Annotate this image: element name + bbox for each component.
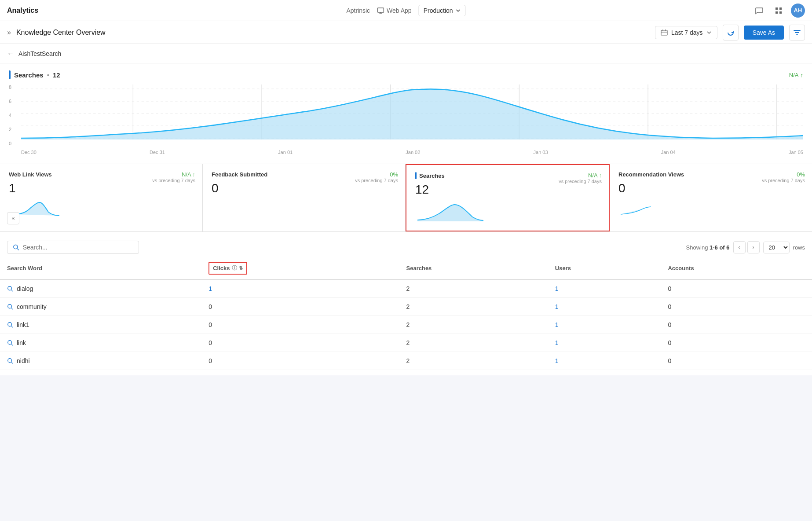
word-value: nidhi [17,357,30,364]
svg-rect-3 [775,7,778,10]
row-search-icon [7,322,13,328]
metric-card-web-link-views: Web Link Views 1 N/A ↑ vs preceding 7 da… [0,164,203,231]
grid-icon [774,6,783,15]
td-searches: 2 [399,279,548,298]
chart-svg [21,84,803,146]
chart-title-group: Searches • 12 [9,70,60,79]
info-icon[interactable]: ⓘ [232,264,237,272]
date-range-button[interactable]: Last 7 days [655,26,717,39]
calendar-icon [661,29,668,36]
table-body: dialog 1 2 1 0 community 0 [0,279,812,370]
table-row: link 0 2 1 0 [0,334,812,352]
nav-webapp[interactable]: Web App [377,7,412,14]
col-search-word: Search Word [0,257,201,279]
filter-button[interactable] [789,25,805,40]
metric-mini-chart-recommendation [618,199,803,218]
svg-rect-0 [377,8,384,12]
metric-value-feedback: 0 [212,181,396,195]
pagination-controls: Showing 1-6 of 6 ‹ › 20 50 100 rows [686,241,805,253]
back-button[interactable]: ← [7,50,14,58]
search-word-cell: community [7,303,194,310]
td-users[interactable]: 1 [548,316,661,334]
svg-line-23 [17,249,19,250]
chart-header: Searches • 12 N/A ↑ [9,70,803,79]
dropdown-chevron-icon [706,30,712,35]
td-search-word: dialog [0,279,201,298]
search-icon [13,244,19,251]
chart-indicator [9,70,11,79]
svg-point-24 [8,286,12,290]
chart-x-labels: Dec 30 Dec 31 Jan 01 Jan 02 Jan 03 Jan 0… [21,150,803,155]
metric-trend-val-searches: N/A ↑ [559,172,602,179]
row-search-icon [7,358,13,364]
word-value: link [17,339,26,346]
td-users[interactable]: 1 [548,334,661,352]
td-searches: 2 [399,352,548,370]
breadcrumb-search-name: AishTestSearch [18,50,61,57]
td-searches: 2 [399,298,548,316]
svg-line-29 [11,326,13,328]
svg-rect-7 [661,30,667,35]
table-row: nidhi 0 2 1 0 [0,352,812,370]
td-users[interactable]: 1 [548,352,661,370]
td-accounts: 0 [661,298,812,316]
nav-aptrinsic[interactable]: Aptrinsic [346,7,370,14]
prev-page-button[interactable]: ‹ [733,241,746,253]
top-nav: Analytics Aptrinsic Web App Production A… [0,0,812,21]
chart-count: 12 [53,71,60,79]
nav-production-dropdown[interactable]: Production [419,5,466,16]
td-clicks: 0 [201,316,399,334]
td-search-word: link [0,334,201,352]
expand-icon[interactable]: » [7,29,11,37]
metric-trend-label-recommendation: vs preceding 7 days [762,178,805,183]
td-users[interactable]: 1 [548,279,661,298]
td-clicks[interactable]: 1 [201,279,399,298]
svg-line-27 [11,308,13,310]
metric-indicator-searches [415,172,417,179]
td-clicks: 0 [201,298,399,316]
td-users[interactable]: 1 [548,298,661,316]
svg-rect-5 [775,11,778,14]
search-input[interactable] [23,244,133,251]
rows-label: rows [793,244,805,251]
chart-section: Searches • 12 N/A ↑ 8 6 4 2 0 [0,63,812,164]
metric-mini-chart-searches [415,200,600,224]
user-avatar[interactable]: AH [791,4,805,18]
chat-icon-btn[interactable] [752,4,766,18]
svg-point-28 [8,323,12,327]
pagination-range: 1-6 of 6 [710,244,730,251]
table-section: Showing 1-6 of 6 ‹ › 20 50 100 rows Sear… [0,232,812,375]
search-box[interactable] [7,241,139,254]
td-accounts: 0 [661,316,812,334]
page-title: Knowledge Center Overview [16,29,650,37]
grid-icon-btn[interactable] [772,4,786,18]
metric-card-searches: Searches 12 N/A ↑ vs preceding 7 days [406,164,610,231]
save-as-button[interactable]: Save As [744,26,784,40]
date-range-label: Last 7 days [671,29,703,36]
metric-value-recommendation: 0 [618,181,803,195]
refresh-button[interactable] [723,25,739,40]
breadcrumb-bar: ← AishTestSearch [0,44,812,63]
td-search-word: nidhi [0,352,201,370]
col-clicks: Clicks ⓘ ⇅ [201,257,399,279]
svg-line-33 [11,362,13,364]
next-page-button[interactable]: › [747,241,760,253]
td-clicks: 0 [201,352,399,370]
table-row: link1 0 2 1 0 [0,316,812,334]
metric-value-searches: 12 [415,183,600,197]
row-search-icon [7,286,13,292]
row-search-icon [7,340,13,346]
td-accounts: 0 [661,352,812,370]
collapse-button[interactable]: « [7,212,19,224]
chart-area: 8 6 4 2 0 [9,84,803,155]
rows-per-page-select[interactable]: 20 50 100 [763,242,790,253]
filter-icon [794,29,801,36]
chart-y-labels: 8 6 4 2 0 [9,84,19,146]
table-row: community 0 2 1 0 [0,298,812,316]
pagination-info: Showing 1-6 of 6 [686,244,730,251]
nav-production-label: Production [424,7,453,14]
search-word-cell: link1 [7,321,194,328]
td-clicks: 0 [201,334,399,352]
search-word-cell: dialog [7,285,194,292]
sort-icon[interactable]: ⇅ [239,265,243,271]
